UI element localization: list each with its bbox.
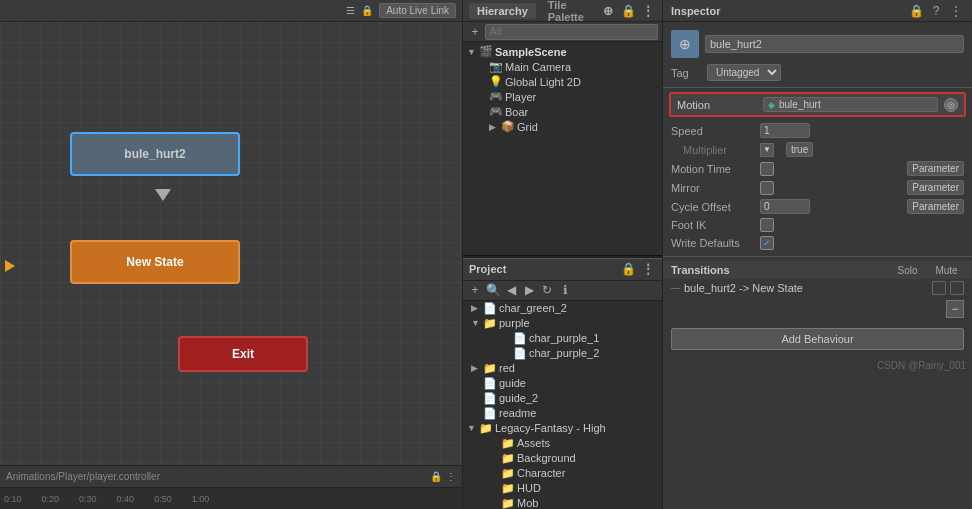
- timeline-mark-5: 0:50: [154, 494, 172, 504]
- multiplier-param-btn[interactable]: true: [786, 142, 813, 157]
- state-new-state[interactable]: New State: [70, 240, 240, 284]
- state-name-input[interactable]: [705, 35, 964, 53]
- project-tool1-icon[interactable]: ◀: [503, 282, 519, 298]
- foot-ik-checkbox[interactable]: [760, 218, 774, 232]
- write-defaults-label: Write Defaults: [671, 237, 756, 249]
- project-item-char-green[interactable]: ▶ 📄 char_green_2: [463, 301, 662, 316]
- multiplier-dropdown[interactable]: ▼: [760, 143, 774, 157]
- mute-col-label: Mute: [929, 265, 964, 276]
- inspector-header: Inspector 🔒 ? ⋮: [663, 0, 972, 22]
- inspector-question-icon[interactable]: ?: [928, 3, 944, 19]
- lock-icon[interactable]: 🔒: [361, 5, 373, 16]
- state-label: bule_hurt2: [124, 147, 185, 161]
- transition-row-0[interactable]: — bule_hurt2 -> New State: [663, 279, 972, 298]
- project-item-background[interactable]: 📁 Background: [463, 451, 662, 466]
- mirror-checkbox[interactable]: [760, 181, 774, 195]
- project-lock-icon[interactable]: 🔒: [620, 261, 636, 277]
- project-item-character[interactable]: 📁 Character: [463, 466, 662, 481]
- timeline-mark-1: 0:10: [4, 494, 22, 504]
- project-item-readme[interactable]: 📄 readme: [463, 406, 662, 421]
- project-search-icon[interactable]: 🔍: [485, 282, 501, 298]
- file-icon-readme: 📄: [483, 407, 497, 420]
- project-info-icon[interactable]: ℹ: [557, 282, 573, 298]
- cycle-offset-input[interactable]: [760, 199, 810, 214]
- grid-icon: 📦: [501, 120, 515, 133]
- project-item-label: Character: [517, 467, 565, 479]
- hierarchy-add-icon[interactable]: ⊕: [600, 3, 616, 19]
- transition-mute-checkbox[interactable]: [950, 281, 964, 295]
- inspector-panel: Inspector 🔒 ? ⋮ ⊕ Tag Untagged Motion ◆: [663, 0, 972, 509]
- hierarchy-item-label: Player: [505, 91, 536, 103]
- settings-icon[interactable]: ☰: [346, 5, 355, 16]
- project-item-red[interactable]: ▶ 📁 red: [463, 361, 662, 376]
- project-plus-icon[interactable]: +: [467, 282, 483, 298]
- transition-solo-checkbox[interactable]: [932, 281, 946, 295]
- animator-toolbar: ☰ 🔒 Auto Live Link: [0, 0, 462, 22]
- speed-input[interactable]: [760, 123, 810, 138]
- state-exit[interactable]: Exit: [178, 336, 308, 372]
- remove-transition-button[interactable]: −: [946, 300, 964, 318]
- motion-header: Motion ◆ bule_hurt ◎: [671, 94, 964, 115]
- auto-live-link-button[interactable]: Auto Live Link: [379, 3, 456, 18]
- motion-time-param-btn[interactable]: Parameter: [907, 161, 964, 176]
- hierarchy-item-player[interactable]: 🎮 Player: [463, 89, 662, 104]
- project-item-guide2[interactable]: 📄 guide_2: [463, 391, 662, 406]
- project-item-mob[interactable]: 📁 Mob: [463, 496, 662, 510]
- project-more-icon[interactable]: ⋮: [640, 261, 656, 277]
- cycle-offset-param-btn[interactable]: Parameter: [907, 199, 964, 214]
- project-item-char-purple-2[interactable]: 📄 char_purple_2: [463, 346, 662, 361]
- project-item-hud[interactable]: 📁 HUD: [463, 481, 662, 496]
- project-item-label: HUD: [517, 482, 541, 494]
- hierarchy-scene[interactable]: ▼ 🎬 SampleScene: [463, 44, 662, 59]
- prop-foot-ik: Foot IK: [663, 216, 972, 234]
- project-item-label: guide_2: [499, 392, 538, 404]
- timeline-bar: 0:10 0:20 0:30 0:40 0:50 1:00: [0, 487, 462, 509]
- more-footer-icon[interactable]: ⋮: [446, 471, 456, 482]
- motion-time-checkbox[interactable]: [760, 162, 774, 176]
- hierarchy-item-main-camera[interactable]: 📷 Main Camera: [463, 59, 662, 74]
- tab-hierarchy[interactable]: Hierarchy: [469, 3, 536, 19]
- hierarchy-plus-icon[interactable]: +: [467, 24, 483, 40]
- state-bule-hurt2[interactable]: bule_hurt2: [70, 132, 240, 176]
- hierarchy-lock-icon[interactable]: 🔒: [620, 3, 636, 19]
- project-item-label: char_green_2: [499, 302, 567, 314]
- transition-collapse-arrow: —: [671, 283, 680, 293]
- folder-icon-character: 📁: [501, 467, 515, 480]
- project-item-assets[interactable]: 📁 Assets: [463, 436, 662, 451]
- file-icon-guide: 📄: [483, 377, 497, 390]
- inspector-more-icon[interactable]: ⋮: [948, 3, 964, 19]
- motion-clip-name: bule_hurt: [779, 99, 821, 110]
- item-arrow: ▼: [467, 423, 477, 433]
- hierarchy-search-input[interactable]: [485, 24, 658, 40]
- write-defaults-checkbox[interactable]: [760, 236, 774, 250]
- hierarchy-more-icon[interactable]: ⋮: [640, 3, 656, 19]
- hierarchy-item-grid[interactable]: ▶ 📦 Grid: [463, 119, 662, 134]
- inspector-lock-icon[interactable]: 🔒: [908, 3, 924, 19]
- hierarchy-item-boar[interactable]: 🎮 Boar: [463, 104, 662, 119]
- project-item-purple[interactable]: ▼ 📁 purple: [463, 316, 662, 331]
- folder-icon-purple: 📁: [483, 317, 497, 330]
- project-refresh-icon[interactable]: ↻: [539, 282, 555, 298]
- cycle-offset-label: Cycle Offset: [671, 201, 756, 213]
- timeline-mark-2: 0:20: [42, 494, 60, 504]
- mirror-param-btn[interactable]: Parameter: [907, 180, 964, 195]
- item-arrow: ▼: [471, 318, 481, 328]
- project-item-legacy-fantasy[interactable]: ▼ 📁 Legacy-Fantasy - High: [463, 421, 662, 436]
- animator-canvas[interactable]: bule_hurt2 New State Exit: [0, 22, 462, 465]
- project-tool2-icon[interactable]: ▶: [521, 282, 537, 298]
- file-icon-guide2: 📄: [483, 392, 497, 405]
- tab-tile-palette[interactable]: Tile Palette: [540, 0, 596, 25]
- lock-footer-icon[interactable]: 🔒: [430, 471, 442, 482]
- project-item-guide[interactable]: 📄 guide: [463, 376, 662, 391]
- project-item-char-purple-1[interactable]: 📄 char_purple_1: [463, 331, 662, 346]
- folder-icon-background: 📁: [501, 452, 515, 465]
- foot-ik-label: Foot IK: [671, 219, 756, 231]
- hierarchy-item-global-light[interactable]: 💡 Global Light 2D: [463, 74, 662, 89]
- add-behaviour-button[interactable]: Add Behaviour: [671, 328, 964, 350]
- transition-name: bule_hurt2 -> New State: [684, 282, 928, 294]
- tag-dropdown[interactable]: Untagged: [707, 64, 781, 81]
- hierarchy-item-label: Global Light 2D: [505, 76, 581, 88]
- file-icon: 📄: [513, 347, 527, 360]
- motion-select-btn[interactable]: ◎: [944, 98, 958, 112]
- player-icon: 🎮: [489, 90, 503, 103]
